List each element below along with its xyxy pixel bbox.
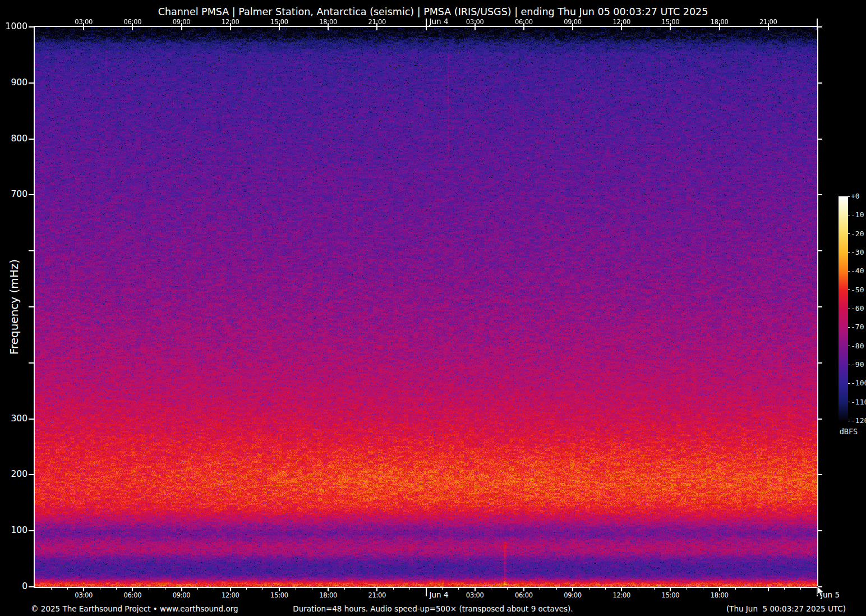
x-tick-top-inner: [230, 27, 231, 30]
x-tick-label-bottom: Jun 4: [430, 590, 449, 599]
colorbar-tick: [848, 271, 850, 272]
y-tick-label: 700: [0, 189, 27, 199]
x-tick-bottom: [768, 588, 769, 591]
x-tick-label-top: 21:00: [368, 18, 386, 26]
x-minor-tick-bottom: [654, 588, 655, 590]
x-minor-tick-bottom: [296, 588, 296, 590]
x-tick-label-top: 03:00: [75, 18, 93, 26]
x-tick-top-inner: [83, 27, 84, 30]
x-minor-tick-bottom: [703, 588, 703, 590]
y-tick-left: [29, 250, 34, 251]
x-tick-label-top: Jun 4: [430, 17, 449, 26]
x-minor-tick-bottom: [687, 588, 687, 590]
x-minor-tick-bottom: [393, 588, 394, 590]
x-tick-top-inner: [328, 27, 329, 30]
y-tick-right: [817, 250, 822, 251]
y-tick-left: [29, 530, 34, 531]
x-tick-label-bottom: 15:00: [662, 591, 680, 599]
y-tick-left: [29, 82, 34, 84]
x-minor-tick-bottom: [149, 588, 149, 590]
x-minor-tick-bottom: [800, 588, 801, 590]
x-minor-tick-bottom: [540, 588, 540, 590]
y-tick-right: [817, 362, 822, 364]
y-tick-label: 900: [0, 77, 27, 88]
x-minor-tick-bottom: [589, 588, 589, 590]
x-tick-top-inner: [523, 27, 524, 30]
y-axis-title: Frequency (mHz): [7, 259, 21, 355]
x-minor-tick-bottom: [100, 588, 100, 590]
x-minor-tick-bottom: [344, 588, 345, 590]
colorbar-tick: [848, 309, 850, 309]
x-minor-tick-bottom: [507, 588, 508, 590]
colorbar-tick: [848, 402, 850, 402]
y-tick-label: 0: [0, 581, 27, 591]
x-tick-top: [426, 19, 427, 26]
x-minor-tick-bottom: [165, 588, 165, 590]
plot-area: [34, 26, 818, 588]
y-tick-label: 1000: [0, 21, 27, 31]
x-tick-label-top: 18:00: [319, 18, 337, 26]
colorbar-tick-label: -120: [851, 416, 866, 425]
colorbar-tick-label: -70: [851, 323, 864, 331]
x-minor-tick-bottom: [752, 588, 752, 590]
x-tick-top-inner: [132, 27, 133, 30]
spectrogram-canvas: [35, 27, 817, 587]
x-tick-label-top: 18:00: [711, 18, 729, 26]
colorbar-tick: [848, 215, 850, 215]
spectrogram-page: Channel PMSA | Palmer Station, Antarctic…: [0, 0, 866, 616]
y-tick-label: 200: [0, 469, 27, 479]
x-minor-tick-bottom: [246, 588, 247, 590]
colorbar-tick: [848, 327, 850, 328]
x-tick-top-inner: [719, 27, 720, 30]
x-minor-tick-bottom: [442, 588, 443, 590]
y-tick-left: [29, 362, 34, 364]
colorbar-tick-label: -80: [851, 342, 864, 350]
y-tick-right: [817, 306, 822, 307]
x-tick-label-top: 15:00: [662, 18, 680, 26]
colorbar-tick: [848, 252, 850, 253]
colorbar-tick-label: +0: [851, 192, 860, 200]
y-tick-right: [817, 530, 822, 531]
y-tick-label: 800: [0, 134, 27, 144]
colorbar-tick-label: -100: [851, 379, 866, 387]
x-tick-label-bottom: 12:00: [612, 591, 630, 599]
x-tick-label-top: 12:00: [222, 18, 239, 26]
x-minor-tick-bottom: [409, 588, 410, 590]
y-tick-label: 100: [0, 525, 27, 535]
y-tick-left: [29, 586, 34, 587]
x-tick-label-bottom: 15:00: [270, 591, 288, 599]
x-tick-label-top: 06:00: [515, 18, 533, 26]
x-minor-tick-bottom: [556, 588, 557, 590]
x-minor-tick-bottom: [116, 588, 117, 590]
x-tick-label-top: 03:00: [466, 18, 484, 26]
colorbar-tick-label: -60: [851, 304, 864, 312]
x-tick-top-inner: [426, 27, 427, 30]
x-tick-label-top: 06:00: [124, 18, 142, 26]
colorbar-tick-label: -40: [851, 266, 864, 275]
y-tick-left: [29, 139, 34, 140]
colorbar-gradient: [839, 196, 848, 421]
x-minor-tick-bottom: [491, 588, 491, 590]
x-minor-tick-bottom: [361, 588, 361, 590]
x-minor-tick-bottom: [197, 588, 198, 590]
colorbar-tick-label: -90: [851, 360, 864, 369]
y-tick-left: [29, 306, 34, 307]
x-minor-tick-bottom: [51, 588, 52, 590]
x-tick-label-bottom: 09:00: [564, 591, 582, 599]
x-minor-tick-bottom: [262, 588, 263, 590]
x-tick-label-bottom: 06:00: [124, 591, 142, 599]
x-tick-top-inner: [279, 27, 280, 30]
x-tick-top-inner: [670, 27, 671, 30]
colorbar-tick: [848, 383, 850, 384]
y-tick-left: [29, 419, 34, 420]
colorbar-tick: [848, 196, 850, 197]
x-tick-label-bottom: 03:00: [75, 591, 93, 599]
x-tick-label-bottom: 03:00: [466, 591, 484, 599]
colorbar-tick-label: -50: [851, 286, 864, 294]
x-tick-label-top: 09:00: [564, 18, 582, 26]
y-tick-left: [29, 194, 34, 195]
y-tick-right: [817, 194, 822, 195]
colorbar-tick: [848, 346, 850, 346]
x-minor-tick-bottom: [312, 588, 312, 590]
x-minor-tick-bottom: [784, 588, 785, 590]
